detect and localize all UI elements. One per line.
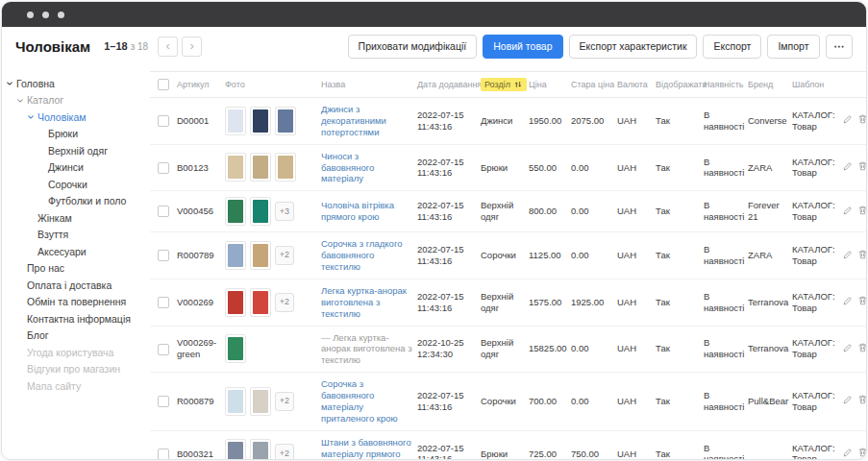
col-header-availability[interactable]: Наявність xyxy=(704,72,748,98)
col-header-name[interactable]: Назва xyxy=(321,72,417,98)
product-photo-thumbnail[interactable] xyxy=(225,288,246,317)
pagination-prev-button[interactable]: ‹ xyxy=(158,36,178,57)
import-button[interactable]: Імпорт xyxy=(767,35,819,59)
col-header-sku[interactable]: Артикул xyxy=(177,72,225,98)
new-product-button[interactable]: Новий товар xyxy=(483,35,562,59)
product-photo-thumbnail[interactable] xyxy=(250,107,271,135)
product-photo-thumbnail[interactable] xyxy=(225,197,246,226)
product-photo-thumbnail[interactable] xyxy=(250,387,271,416)
product-photo-thumbnail[interactable] xyxy=(225,241,246,270)
product-name-link[interactable]: Джинси з декоративними потертостями xyxy=(321,104,386,137)
edit-icon[interactable] xyxy=(842,296,853,306)
edit-icon[interactable] xyxy=(842,206,853,216)
sidebar-item-1[interactable]: Каталог xyxy=(2,92,146,109)
sidebar-item-12[interactable]: Оплата і доставка xyxy=(2,277,146,294)
row-checkbox[interactable] xyxy=(158,206,169,217)
edit-icon[interactable] xyxy=(842,250,853,260)
more-photos-badge[interactable]: +2 xyxy=(275,444,294,460)
delete-icon[interactable] xyxy=(857,205,867,216)
row-checkbox[interactable] xyxy=(158,344,169,355)
sidebar-item-10[interactable]: Аксесуари xyxy=(2,243,146,260)
sidebar-item-14[interactable]: Контактна інформація xyxy=(2,310,146,328)
product-photo-thumbnail[interactable] xyxy=(250,153,271,182)
product-photo-thumbnail[interactable] xyxy=(250,288,271,317)
window-control-dot[interactable] xyxy=(42,12,49,18)
export-button[interactable]: Експорт xyxy=(703,35,761,59)
product-photo-thumbnail[interactable] xyxy=(275,153,296,182)
product-photo-thumbnail[interactable] xyxy=(275,107,296,135)
product-photo-thumbnail[interactable] xyxy=(225,107,246,135)
sidebar-item-8[interactable]: Жінкам xyxy=(2,209,146,227)
cell-brand: Pull&Bear xyxy=(748,373,792,431)
sidebar-item-9[interactable]: Взуття xyxy=(2,227,146,244)
more-photos-badge[interactable]: +2 xyxy=(275,392,294,411)
product-name-link[interactable]: Чоловіча вітрівка прямого крою xyxy=(321,200,394,222)
delete-icon[interactable] xyxy=(857,295,867,306)
product-photo-thumbnail[interactable] xyxy=(225,439,246,460)
product-name-link[interactable]: — Легка куртка-анорак виготовлена з текс… xyxy=(321,332,412,366)
sidebar-item-13[interactable]: Обмін та повернення xyxy=(2,294,146,311)
edit-icon[interactable] xyxy=(842,448,853,458)
edit-icon[interactable] xyxy=(842,343,853,353)
product-name-link[interactable]: Штани з бавовняного матеріалу прямого кр… xyxy=(321,437,411,460)
sidebar-item-4[interactable]: Верхній одяг xyxy=(2,142,146,159)
edit-icon[interactable] xyxy=(842,161,853,172)
more-photos-badge[interactable]: +2 xyxy=(275,293,294,312)
col-header-template[interactable]: Шаблон xyxy=(792,72,842,98)
delete-icon[interactable] xyxy=(857,447,867,458)
product-photo-thumbnail[interactable] xyxy=(250,241,271,270)
sidebar-item-11[interactable]: Про нас xyxy=(2,260,146,278)
delete-icon[interactable] xyxy=(857,342,867,353)
product-photo-thumbnail[interactable] xyxy=(225,153,246,182)
hide-modifications-button[interactable]: Приховати модифікації xyxy=(348,35,478,59)
sidebar-item-3[interactable]: Брюки xyxy=(2,126,146,143)
edit-icon[interactable] xyxy=(842,114,853,125)
product-name-link[interactable]: Сорочка з бавовняного матеріалу притален… xyxy=(321,378,398,424)
sidebar: ГоловнаКаталогЧоловікамБрюкиВерхній одяг… xyxy=(2,65,146,460)
product-name-link[interactable]: Сорочка з гладкого бавовняного текстилю xyxy=(321,238,402,272)
pagination-next-button[interactable]: › xyxy=(182,36,202,57)
sort-icon[interactable] xyxy=(513,80,523,89)
row-checkbox[interactable] xyxy=(158,396,169,407)
product-photo-thumbnail[interactable] xyxy=(250,439,271,460)
delete-icon[interactable] xyxy=(857,160,867,172)
select-all-checkbox[interactable] xyxy=(158,79,169,90)
row-checkbox[interactable] xyxy=(158,115,169,127)
delete-icon[interactable] xyxy=(857,113,867,125)
col-header-section[interactable]: Розділ xyxy=(481,72,529,98)
col-header-date-added[interactable]: Дата додавання xyxy=(417,72,481,98)
edit-icon[interactable] xyxy=(842,395,853,405)
delete-icon[interactable] xyxy=(857,394,867,405)
col-header-old-price[interactable]: Стара ціна xyxy=(571,72,617,98)
col-header-brand[interactable]: Бренд xyxy=(748,72,792,98)
sidebar-item-7[interactable]: Футболки и поло xyxy=(2,193,146,210)
more-photos-badge[interactable]: +3 xyxy=(275,202,294,221)
more-photos-badge[interactable]: +2 xyxy=(275,246,294,265)
more-actions-button[interactable]: ⋯ xyxy=(826,35,854,59)
row-checkbox[interactable] xyxy=(158,449,169,460)
product-photo-thumbnail[interactable] xyxy=(225,387,246,416)
row-checkbox[interactable] xyxy=(158,162,169,174)
col-header-photo[interactable]: Фото xyxy=(225,72,321,98)
sidebar-item-17[interactable]: Відгуки про магазин xyxy=(2,361,146,378)
delete-icon[interactable] xyxy=(857,249,867,260)
col-header-price[interactable]: Ціна xyxy=(529,72,571,98)
window-control-dot[interactable] xyxy=(58,12,64,18)
export-characteristics-button[interactable]: Експорт характеристик xyxy=(569,35,698,59)
product-name-link[interactable]: Легка куртка-анорак виготовлена з тексти… xyxy=(321,285,407,319)
product-name-link[interactable]: Чиноси з бавовняного матеріалу xyxy=(321,151,374,184)
col-header-currency[interactable]: Валюта xyxy=(617,72,656,98)
sidebar-item-0[interactable]: Головна xyxy=(2,75,146,92)
sidebar-item-5[interactable]: Джинси xyxy=(2,159,146,177)
product-photo-thumbnail[interactable] xyxy=(250,197,271,226)
window-control-dot[interactable] xyxy=(27,12,34,18)
row-checkbox[interactable] xyxy=(158,250,169,261)
product-photo-thumbnail[interactable] xyxy=(225,334,246,363)
sidebar-item-16[interactable]: Угода користувача xyxy=(2,344,146,361)
sidebar-item-6[interactable]: Сорочки xyxy=(2,176,146,193)
col-header-display[interactable]: Відображати xyxy=(656,72,704,98)
sidebar-item-15[interactable]: Блог xyxy=(2,328,146,345)
sidebar-item-18[interactable]: Мапа сайту xyxy=(2,377,146,395)
row-checkbox[interactable] xyxy=(158,297,169,308)
sidebar-item-2[interactable]: Чоловікам xyxy=(2,109,146,126)
